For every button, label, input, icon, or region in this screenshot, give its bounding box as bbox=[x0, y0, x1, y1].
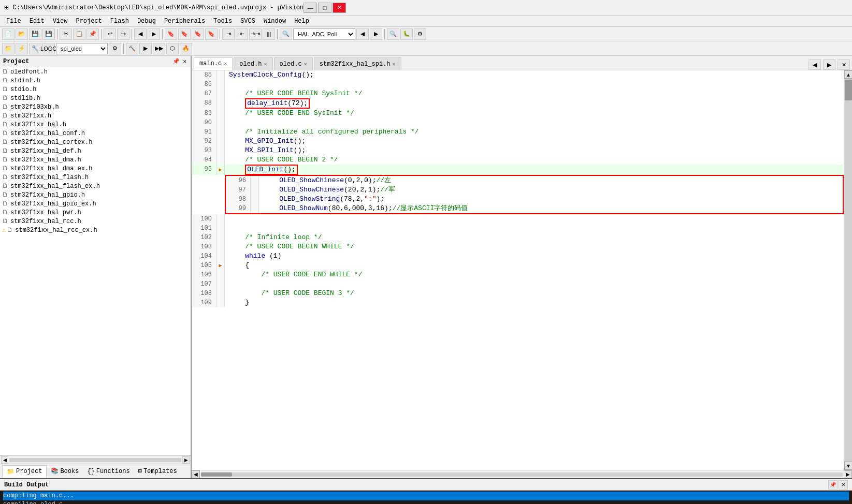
tb2-b3[interactable]: 🔧 bbox=[29, 43, 41, 54]
build-line-selected[interactable]: compiling main.c... bbox=[3, 492, 849, 500]
tb-col[interactable]: ||| bbox=[263, 28, 275, 40]
tb2-b4[interactable]: LOGO bbox=[42, 43, 55, 54]
tab-functions[interactable]: {} Functions bbox=[83, 466, 134, 477]
list-item[interactable]: 🗋 stm32f103xb.h bbox=[0, 102, 191, 111]
tb-nav-back[interactable]: ◀ bbox=[134, 28, 147, 40]
tb2-settings[interactable]: ⚙ bbox=[109, 43, 121, 54]
tabs-right[interactable]: ▶ bbox=[823, 60, 835, 70]
list-item[interactable]: 🗋 stdlib.h bbox=[0, 94, 191, 102]
hscroll-left[interactable]: ◀ bbox=[192, 470, 200, 479]
tb-saveall[interactable]: 💾 bbox=[42, 28, 55, 40]
menu-project[interactable]: Project bbox=[71, 17, 106, 26]
tree-scroll-left[interactable]: ◀ bbox=[1, 456, 8, 464]
list-item[interactable]: ⚠ 🗋 stm32f1xx_hal_rcc_ex.h bbox=[0, 226, 191, 234]
build-output-content[interactable]: compiling main.c... compiling oled.c... … bbox=[0, 491, 852, 504]
tb-cut[interactable]: ✂ bbox=[60, 28, 72, 40]
tb2-b9[interactable]: 🔥 bbox=[180, 43, 192, 54]
tb-copy[interactable]: 📋 bbox=[73, 28, 85, 40]
tb-nav-forward[interactable]: ▶ bbox=[148, 28, 160, 40]
tb-icon[interactable]: 🔍 bbox=[280, 28, 292, 40]
close-button[interactable]: ✕ bbox=[333, 3, 346, 13]
tb2-b7[interactable]: ▶▶ bbox=[153, 43, 165, 54]
tb-find-prev[interactable]: ◀ bbox=[356, 28, 369, 40]
function-dropdown[interactable]: HAL_ADC_PollHAL_ADC_Poll bbox=[293, 28, 355, 40]
tab-project[interactable]: 📁 Project bbox=[2, 465, 47, 478]
project-dropdown[interactable]: spi_oledspi_oled bbox=[56, 43, 108, 54]
tb2-b5[interactable]: 🔨 bbox=[126, 43, 138, 54]
build-close[interactable]: ✕ bbox=[839, 480, 848, 490]
tab-spi-h[interactable]: stm32f1xx_hal_spi.h ✕ bbox=[314, 57, 401, 70]
tb-new[interactable]: 📄 bbox=[2, 28, 15, 40]
tb2-b1[interactable]: 📁 bbox=[2, 43, 15, 54]
tb-undo[interactable]: ↩ bbox=[104, 28, 116, 40]
tb2-b8[interactable]: ⬡ bbox=[166, 43, 179, 54]
minimize-button[interactable]: — bbox=[304, 3, 317, 13]
list-item[interactable]: 🗋 stm32f1xx_hal_gpio_ex.h bbox=[0, 199, 191, 208]
vscroll-down[interactable]: ▼ bbox=[844, 462, 852, 470]
list-item[interactable]: 🗋 stdio.h bbox=[0, 85, 191, 94]
tabs-close[interactable]: ✕ bbox=[837, 60, 850, 70]
close-spi-h[interactable]: ✕ bbox=[393, 61, 396, 67]
hscroll-thumb[interactable] bbox=[201, 472, 232, 477]
list-item[interactable]: 🗋 stm32f1xx_hal_pwr.h bbox=[0, 208, 191, 217]
list-item[interactable]: 🗋 oledfont.h bbox=[0, 67, 191, 76]
vertical-scrollbar[interactable]: ▲ ▼ bbox=[844, 70, 852, 470]
menu-tools[interactable]: Tools bbox=[209, 17, 236, 26]
vscroll-up[interactable]: ▲ bbox=[844, 70, 852, 79]
list-item[interactable]: 🗋 stm32f1xx.h bbox=[0, 111, 191, 120]
build-pin[interactable]: 📌 bbox=[828, 480, 837, 490]
close-oled-c[interactable]: ✕ bbox=[304, 61, 307, 67]
menu-edit[interactable]: Edit bbox=[25, 17, 49, 26]
menu-help[interactable]: Help bbox=[290, 17, 313, 26]
vscroll-thumb[interactable] bbox=[845, 80, 852, 100]
tab-main-c[interactable]: main.c ✕ bbox=[194, 57, 233, 70]
tree-scroll-right[interactable]: ▶ bbox=[182, 456, 190, 464]
list-item[interactable]: 🗋 stm32f1xx_hal_flash.h bbox=[0, 173, 191, 182]
list-item[interactable]: 🗋 stm32f1xx_hal_dma_ex.h bbox=[0, 164, 191, 173]
tb-debug[interactable]: 🐛 bbox=[400, 28, 413, 40]
menu-view[interactable]: View bbox=[49, 17, 72, 26]
list-item[interactable]: 🗋 stm32f1xx_hal_rcc.h bbox=[0, 217, 191, 226]
tb-settings[interactable]: ⚙ bbox=[414, 28, 426, 40]
list-item[interactable]: 🗋 stm32f1xx_hal_gpio.h bbox=[0, 190, 191, 199]
tb-unindent[interactable]: ⇤ bbox=[236, 28, 248, 40]
tab-oled-c[interactable]: oled.c ✕ bbox=[274, 57, 313, 70]
tb-indent2[interactable]: ⇥⇥ bbox=[249, 28, 262, 40]
project-pin[interactable]: 📌 bbox=[171, 58, 181, 65]
list-item[interactable]: 🗋 stm32f1xx_hal_dma.h bbox=[0, 155, 191, 164]
tb2-b2[interactable]: ⚡ bbox=[16, 43, 28, 54]
list-item[interactable]: 🗋 stm32f1xx_hal_flash_ex.h bbox=[0, 182, 191, 190]
list-item[interactable]: 🗋 stm32f1xx_hal_conf.h bbox=[0, 129, 191, 138]
list-item[interactable]: 🗋 stm32f1xx_hal_def.h bbox=[0, 146, 191, 155]
tb-bookmark[interactable]: 🔖 bbox=[165, 28, 177, 40]
tb-indent[interactable]: ⇥ bbox=[222, 28, 235, 40]
close-main-c[interactable]: ✕ bbox=[224, 61, 227, 67]
menu-window[interactable]: Window bbox=[259, 17, 290, 26]
tb-open[interactable]: 📂 bbox=[16, 28, 28, 40]
tb-bookmarks2[interactable]: 🔖 bbox=[192, 28, 204, 40]
tb-bookmarks[interactable]: 🔖 bbox=[178, 28, 191, 40]
hscroll-right[interactable]: ▶ bbox=[844, 470, 852, 479]
list-item[interactable]: 🗋 stm32f1xx_hal.h bbox=[0, 120, 191, 129]
tb-bookmarks3[interactable]: 🔖 bbox=[205, 28, 218, 40]
close-oled-h[interactable]: ✕ bbox=[264, 61, 267, 67]
tab-templates[interactable]: ⊞ Templates bbox=[134, 465, 181, 477]
tb-redo[interactable]: ↪ bbox=[117, 28, 129, 40]
tab-oled-h[interactable]: oled.h ✕ bbox=[234, 57, 272, 70]
menu-file[interactable]: File bbox=[2, 17, 25, 26]
tb-search[interactable]: 🔍 bbox=[387, 28, 399, 40]
menu-flash[interactable]: Flash bbox=[106, 17, 133, 26]
menu-svcs[interactable]: SVCS bbox=[236, 17, 259, 26]
project-close[interactable]: ✕ bbox=[182, 58, 187, 65]
list-item[interactable]: 🗋 stm32f1xx_hal_cortex.h bbox=[0, 138, 191, 146]
tb-paste[interactable]: 📌 bbox=[86, 28, 99, 40]
menu-peripherals[interactable]: Peripherals bbox=[160, 17, 209, 26]
tabs-left[interactable]: ◀ bbox=[808, 60, 821, 70]
horizontal-scrollbar[interactable]: ◀ ▶ bbox=[192, 470, 852, 478]
maximize-button[interactable]: □ bbox=[318, 3, 331, 13]
tb-find-next[interactable]: ▶ bbox=[370, 28, 382, 40]
tb2-b6[interactable]: ▶ bbox=[139, 43, 152, 54]
menu-debug[interactable]: Debug bbox=[133, 17, 160, 26]
tb-save[interactable]: 💾 bbox=[29, 28, 41, 40]
code-area[interactable]: 85 SystemClock_Config(); 86 87 /* USER C… bbox=[192, 70, 844, 470]
